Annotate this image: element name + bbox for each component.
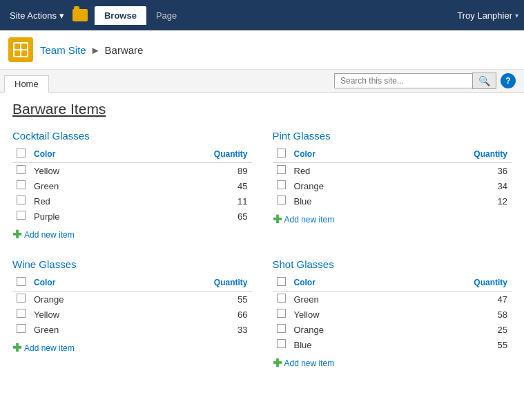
row-color-pint-glasses-2: Blue bbox=[290, 193, 396, 209]
logo-cell-1 bbox=[14, 44, 20, 49]
row-qty-shot-glasses-2: 25 bbox=[396, 322, 512, 337]
row-checkbox-cocktail-glasses-0[interactable] bbox=[12, 163, 30, 179]
list-section-wine-glasses: Wine GlassesColorQuantityOrange55Yellow6… bbox=[12, 258, 252, 370]
list-color-header-cocktail-glasses: Color bbox=[30, 146, 130, 163]
list-color-header-pint-glasses: Color bbox=[290, 146, 396, 163]
list-qty-header-cocktail-glasses: Quantity bbox=[130, 146, 252, 163]
header-checkbox-cocktail-glasses[interactable] bbox=[17, 149, 26, 158]
checkbox-cocktail-glasses-3[interactable] bbox=[17, 211, 26, 220]
add-new-item-wine-glasses[interactable]: ✚Add new item bbox=[12, 341, 75, 355]
table-row[interactable]: Orange34 bbox=[273, 178, 512, 193]
plus-icon: ✚ bbox=[12, 343, 21, 354]
list-table-shot-glasses: ColorQuantityGreen47Yellow58Orange25Blue… bbox=[273, 274, 512, 352]
breadcrumb-site-link[interactable]: Team Site bbox=[40, 44, 86, 56]
plus-icon: ✚ bbox=[273, 214, 282, 225]
list-qty-header-pint-glasses: Quantity bbox=[396, 146, 512, 163]
nav-home-tab[interactable]: Home bbox=[4, 75, 49, 93]
list-section-shot-glasses: Shot GlassesColorQuantityGreen47Yellow58… bbox=[273, 258, 512, 370]
plus-icon: ✚ bbox=[12, 229, 21, 240]
row-color-shot-glasses-2: Orange bbox=[290, 322, 396, 337]
search-input[interactable] bbox=[334, 73, 472, 88]
table-row[interactable]: Green45 bbox=[12, 178, 252, 193]
list-header-checkbox-shot-glasses bbox=[273, 274, 290, 292]
header-checkbox-shot-glasses[interactable] bbox=[277, 277, 286, 286]
checkbox-wine-glasses-1[interactable] bbox=[17, 309, 26, 318]
checkbox-pint-glasses-2[interactable] bbox=[277, 195, 286, 204]
add-new-item-pint-glasses[interactable]: ✚Add new item bbox=[273, 213, 335, 227]
add-new-item-cocktail-glasses[interactable]: ✚Add new item bbox=[12, 228, 75, 242]
help-button[interactable]: ? bbox=[501, 73, 516, 88]
table-row[interactable]: Yellow58 bbox=[273, 307, 512, 322]
site-actions-menu[interactable]: Site Actions ▾ bbox=[6, 8, 68, 23]
row-color-shot-glasses-1: Yellow bbox=[290, 307, 396, 322]
table-row[interactable]: Purple65 bbox=[12, 209, 252, 224]
row-checkbox-shot-glasses-1[interactable] bbox=[273, 307, 290, 322]
table-row[interactable]: Red36 bbox=[273, 163, 512, 179]
tab-page[interactable]: Page bbox=[146, 6, 186, 25]
table-row[interactable]: Blue55 bbox=[273, 337, 512, 352]
page-title: Barware Items bbox=[12, 101, 512, 117]
table-row[interactable]: Yellow89 bbox=[12, 163, 252, 179]
row-checkbox-pint-glasses-0[interactable] bbox=[273, 163, 290, 179]
row-qty-cocktail-glasses-3: 65 bbox=[130, 209, 252, 224]
row-checkbox-pint-glasses-2[interactable] bbox=[273, 193, 290, 209]
table-row[interactable]: Blue12 bbox=[273, 193, 512, 209]
user-name-label: Troy Lanphier bbox=[457, 10, 512, 21]
checkbox-shot-glasses-3[interactable] bbox=[277, 339, 286, 348]
row-checkbox-wine-glasses-0[interactable] bbox=[12, 292, 30, 307]
table-row[interactable]: Green47 bbox=[273, 292, 512, 307]
row-checkbox-shot-glasses-2[interactable] bbox=[273, 322, 290, 337]
site-logo bbox=[8, 37, 33, 62]
checkbox-shot-glasses-2[interactable] bbox=[277, 324, 286, 333]
row-color-wine-glasses-0: Orange bbox=[30, 292, 135, 307]
row-color-cocktail-glasses-1: Green bbox=[30, 178, 130, 193]
add-new-item-shot-glasses[interactable]: ✚Add new item bbox=[273, 356, 335, 370]
row-checkbox-pint-glasses-1[interactable] bbox=[273, 178, 290, 193]
table-row[interactable]: Orange55 bbox=[12, 292, 252, 307]
checkbox-shot-glasses-1[interactable] bbox=[277, 309, 286, 318]
row-color-wine-glasses-2: Green bbox=[30, 322, 135, 337]
add-new-label-pint-glasses: Add new item bbox=[284, 215, 335, 225]
logo-inner bbox=[13, 42, 28, 57]
table-row[interactable]: Yellow66 bbox=[12, 307, 252, 322]
search-button[interactable]: 🔍 bbox=[472, 73, 496, 89]
table-row[interactable]: Green33 bbox=[12, 322, 252, 337]
row-checkbox-cocktail-glasses-3[interactable] bbox=[12, 209, 30, 224]
checkbox-wine-glasses-0[interactable] bbox=[17, 294, 26, 303]
list-header-checkbox-wine-glasses bbox=[12, 274, 30, 292]
checkbox-shot-glasses-0[interactable] bbox=[277, 294, 286, 303]
row-qty-pint-glasses-0: 36 bbox=[396, 163, 512, 179]
row-qty-wine-glasses-2: 33 bbox=[135, 322, 251, 337]
user-dropdown-arrow[interactable]: ▾ bbox=[515, 12, 518, 19]
row-qty-cocktail-glasses-1: 45 bbox=[130, 178, 252, 193]
row-checkbox-wine-glasses-1[interactable] bbox=[12, 307, 30, 322]
row-qty-pint-glasses-2: 12 bbox=[396, 193, 512, 209]
row-color-pint-glasses-0: Red bbox=[290, 163, 396, 179]
row-qty-wine-glasses-0: 55 bbox=[135, 292, 251, 307]
table-row[interactable]: Orange25 bbox=[273, 322, 512, 337]
list-qty-header-wine-glasses: Quantity bbox=[135, 274, 251, 292]
row-qty-pint-glasses-1: 34 bbox=[396, 178, 512, 193]
row-color-cocktail-glasses-0: Yellow bbox=[30, 163, 130, 179]
lists-grid: Cocktail GlassesColorQuantityYellow89Gre… bbox=[12, 130, 512, 370]
tab-browse[interactable]: Browse bbox=[95, 6, 146, 25]
row-checkbox-cocktail-glasses-1[interactable] bbox=[12, 178, 30, 193]
row-qty-shot-glasses-1: 58 bbox=[396, 307, 512, 322]
checkbox-pint-glasses-0[interactable] bbox=[277, 165, 286, 174]
checkbox-cocktail-glasses-0[interactable] bbox=[17, 165, 26, 174]
table-row[interactable]: Red11 bbox=[12, 193, 252, 209]
header-checkbox-pint-glasses[interactable] bbox=[277, 149, 286, 158]
checkbox-pint-glasses-1[interactable] bbox=[277, 180, 286, 189]
row-checkbox-cocktail-glasses-2[interactable] bbox=[12, 193, 30, 209]
list-title-wine-glasses: Wine Glasses bbox=[12, 258, 252, 270]
row-checkbox-wine-glasses-2[interactable] bbox=[12, 322, 30, 337]
row-checkbox-shot-glasses-3[interactable] bbox=[273, 337, 290, 352]
row-checkbox-shot-glasses-0[interactable] bbox=[273, 292, 290, 307]
header-checkbox-wine-glasses[interactable] bbox=[17, 277, 26, 286]
search-icon: 🔍 bbox=[478, 75, 490, 86]
checkbox-cocktail-glasses-2[interactable] bbox=[17, 195, 26, 204]
list-title-cocktail-glasses: Cocktail Glasses bbox=[12, 130, 252, 142]
site-actions-arrow: ▾ bbox=[59, 10, 64, 21]
checkbox-wine-glasses-2[interactable] bbox=[17, 324, 26, 333]
checkbox-cocktail-glasses-1[interactable] bbox=[17, 180, 26, 189]
